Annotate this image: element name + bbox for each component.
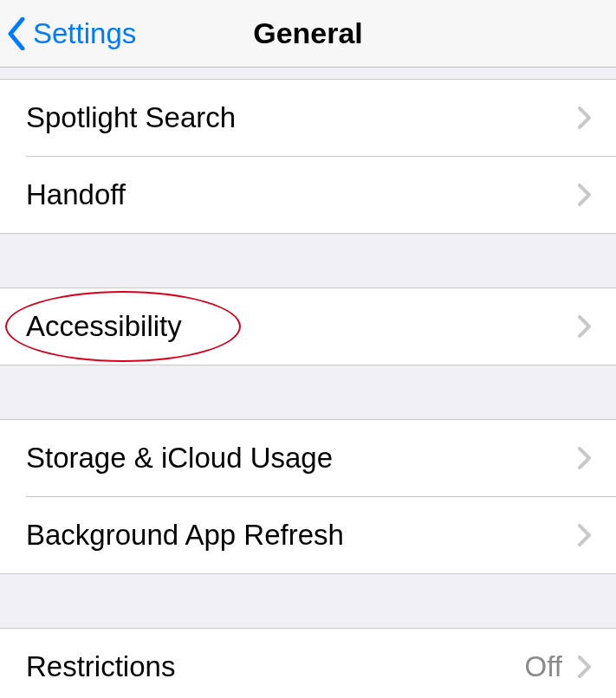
row-handoff[interactable]: Handoff — [0, 157, 616, 233]
section-gap — [0, 68, 616, 80]
row-background-app-refresh[interactable]: Background App Refresh — [0, 497, 616, 573]
section-gap — [0, 365, 616, 420]
chevron-right-icon — [578, 524, 592, 546]
chevron-left-icon — [7, 17, 26, 50]
chevron-right-icon — [578, 184, 592, 206]
row-label: Spotlight Search — [26, 101, 578, 134]
section-gap — [0, 233, 616, 288]
row-spotlight-search[interactable]: Spotlight Search — [0, 80, 616, 156]
row-label: Handoff — [26, 178, 578, 211]
chevron-right-icon — [578, 107, 592, 129]
row-restrictions[interactable]: Restrictions Off — [0, 629, 616, 698]
section-gap — [0, 573, 616, 629]
row-label: Storage & iCloud Usage — [26, 442, 578, 475]
row-label: Restrictions — [26, 650, 525, 683]
chevron-right-icon — [578, 656, 592, 678]
row-label: Background App Refresh — [26, 519, 578, 552]
row-accessibility[interactable]: Accessibility — [0, 288, 616, 365]
row-label: Accessibility — [26, 310, 578, 343]
chevron-right-icon — [578, 447, 592, 469]
back-button[interactable]: Settings — [7, 0, 136, 68]
navigation-bar: Settings General — [0, 0, 616, 68]
row-value: Off — [525, 650, 562, 683]
back-label: Settings — [33, 17, 136, 50]
row-storage-icloud-usage[interactable]: Storage & iCloud Usage — [0, 420, 616, 496]
chevron-right-icon — [578, 315, 592, 338]
